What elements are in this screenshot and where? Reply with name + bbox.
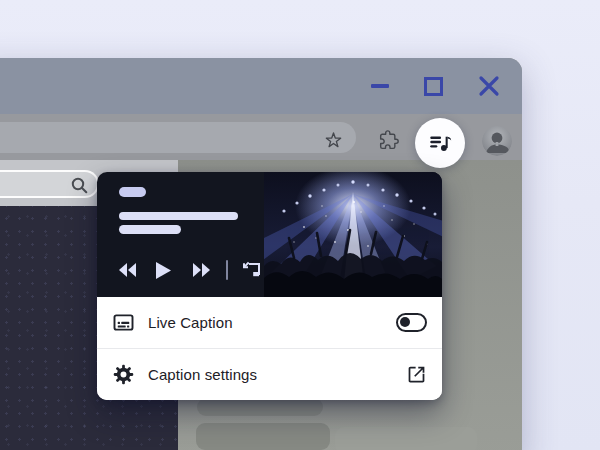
toggle-knob [400, 317, 410, 327]
address-bar[interactable] [0, 122, 356, 153]
play-button[interactable] [156, 262, 171, 279]
concert-artwork-image [264, 172, 442, 297]
open-in-new-icon [406, 364, 427, 385]
maximize-button[interactable] [424, 77, 443, 96]
caption-settings-label: Caption settings [148, 366, 406, 383]
live-caption-icon [112, 311, 135, 334]
skeleton-title-bar [119, 212, 238, 220]
settings-gear-icon [112, 363, 135, 386]
skeleton-source-bar [119, 187, 146, 197]
media-controls-popup: Live Caption Caption [97, 172, 442, 400]
caption-menu: Live Caption Caption [97, 297, 442, 400]
close-button[interactable] [478, 75, 500, 97]
live-caption-row[interactable]: Live Caption [97, 297, 442, 348]
previous-track-button[interactable] [119, 263, 137, 277]
media-player-card [97, 172, 442, 297]
caption-settings-row[interactable]: Caption settings [97, 348, 442, 400]
skeleton-pill [196, 423, 330, 450]
bookmark-star-icon[interactable] [324, 131, 343, 150]
profile-avatar[interactable] [482, 126, 512, 156]
next-track-button[interactable] [192, 263, 210, 277]
search-icon [71, 177, 88, 194]
avatar-photo [482, 126, 512, 156]
extensions-icon[interactable] [379, 130, 399, 150]
live-caption-toggle[interactable] [396, 313, 427, 332]
minimize-button[interactable] [371, 84, 389, 87]
picture-in-picture-button[interactable] [240, 259, 262, 281]
playback-controls [119, 259, 262, 281]
live-caption-label: Live Caption [148, 314, 396, 331]
window-controls [371, 58, 500, 114]
skeleton-pill [335, 427, 477, 450]
window-titlebar [0, 58, 522, 114]
media-info-panel [97, 172, 264, 297]
media-note-icon [427, 130, 453, 156]
album-artwork [264, 172, 442, 297]
skeleton-artist-bar [119, 225, 181, 234]
skeleton-pill [197, 398, 323, 416]
media-controls-button[interactable] [415, 118, 465, 168]
controls-divider [226, 260, 228, 280]
